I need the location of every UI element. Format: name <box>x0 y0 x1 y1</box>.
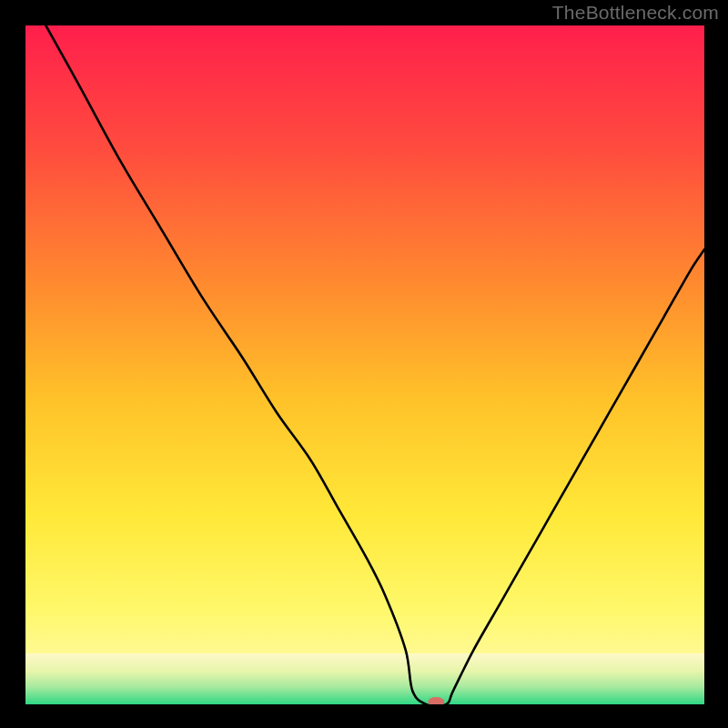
gradient-background <box>25 25 704 704</box>
floor-band <box>25 653 704 704</box>
watermark-text: TheBottleneck.com <box>552 2 719 24</box>
chart-frame: TheBottleneck.com <box>0 0 728 728</box>
plot-area <box>25 25 704 704</box>
chart-svg <box>25 25 704 704</box>
